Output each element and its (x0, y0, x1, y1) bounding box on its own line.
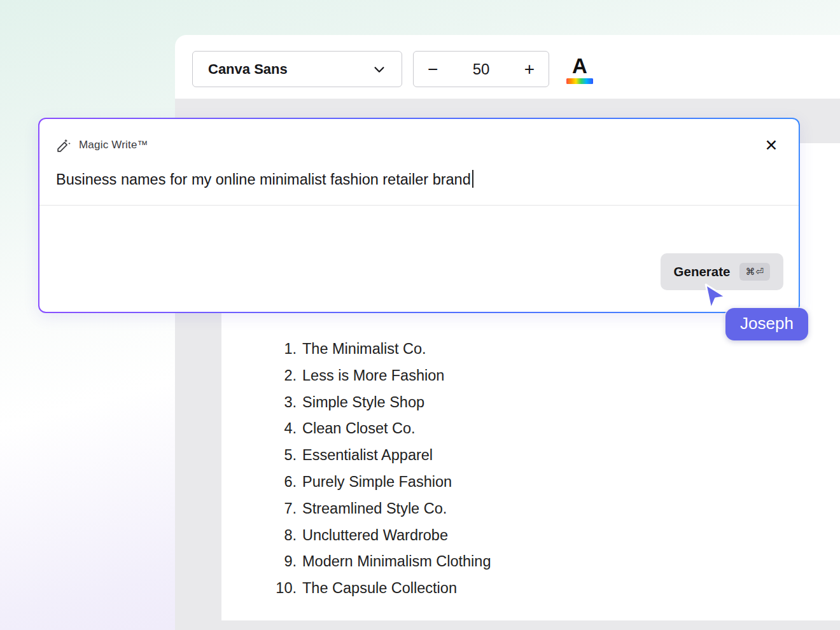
list-item-text: Modern Minimalism Clothing (302, 549, 491, 575)
increase-font-size-button[interactable]: + (524, 60, 535, 78)
list-item-text: Essentialist Apparel (302, 442, 433, 469)
text-caret (472, 170, 473, 188)
list-item-text: Streamlined Style Co. (302, 496, 447, 522)
font-size-stepper: − 50 + (413, 51, 549, 87)
close-icon[interactable]: ✕ (760, 134, 782, 156)
list-item-number: 10. (266, 575, 297, 602)
collaborator-name-tag: Joseph (725, 308, 808, 340)
list-item: 4.Clean Closet Co. (266, 416, 491, 442)
font-family-dropdown[interactable]: Canva Sans (192, 51, 402, 87)
list-item: 5.Essentialist Apparel (266, 442, 491, 469)
text-format-toolbar: Canva Sans − 50 + A (192, 51, 593, 87)
decrease-font-size-button[interactable]: − (428, 60, 438, 78)
list-item-text: Purely Simple Fashion (302, 469, 452, 496)
list-item-text: The Minimalist Co. (302, 336, 426, 363)
list-item: 9.Modern Minimalism Clothing (266, 549, 491, 575)
list-item: 3.Simple Style Shop (266, 389, 491, 416)
list-item-text: Simple Style Shop (302, 389, 424, 416)
prompt-text: Business names for my online minimalist … (56, 171, 471, 188)
text-color-button[interactable]: A (566, 54, 593, 84)
list-item-number: 7. (266, 496, 297, 522)
list-item-number: 8. (266, 522, 297, 549)
list-item-text: Clean Closet Co. (302, 416, 416, 442)
magic-write-dialog-body: Magic Write™ ✕ Business names for my onl… (39, 119, 799, 312)
magic-write-title: Magic Write™ (79, 139, 148, 151)
toolbar-panel: Canva Sans − 50 + A (175, 35, 840, 99)
magic-write-footer: Generate ⌘⏎ (39, 206, 799, 312)
list-item-text: The Capsule Collection (302, 575, 457, 602)
list-item-text: Less is More Fashion (302, 363, 444, 389)
generated-list[interactable]: 1.The Minimalist Co.2.Less is More Fashi… (266, 336, 491, 602)
list-item: 10.The Capsule Collection (266, 575, 491, 602)
list-item: 7.Streamlined Style Co. (266, 496, 491, 522)
list-item-number: 9. (266, 549, 297, 575)
magic-write-prompt-input[interactable]: Business names for my online minimalist … (39, 161, 799, 205)
magic-write-header: Magic Write™ ✕ (39, 119, 799, 161)
list-item-number: 1. (266, 336, 297, 363)
list-item: 1.The Minimalist Co. (266, 336, 491, 363)
keyboard-shortcut-badge: ⌘⏎ (739, 263, 770, 281)
magic-write-dialog: Magic Write™ ✕ Business names for my onl… (38, 118, 800, 313)
list-item-number: 4. (266, 416, 297, 442)
list-item: 2.Less is More Fashion (266, 363, 491, 389)
list-item-number: 5. (266, 442, 297, 469)
list-item: 8.Uncluttered Wardrobe (266, 522, 491, 549)
list-item-text: Uncluttered Wardrobe (302, 522, 448, 549)
collaborator-cursor-icon (700, 281, 731, 316)
canva-editor: Canva Sans − 50 + A 1.The Minimalist Co.… (0, 0, 840, 630)
list-item-number: 2. (266, 363, 297, 389)
font-size-value[interactable]: 50 (473, 60, 490, 78)
text-color-letter: A (572, 55, 587, 76)
list-item-number: 3. (266, 389, 297, 416)
font-family-value: Canva Sans (208, 61, 288, 78)
chevron-down-icon (372, 62, 386, 76)
list-item-number: 6. (266, 469, 297, 496)
magic-wand-icon (56, 137, 72, 153)
generate-button-label: Generate (674, 264, 731, 279)
rainbow-color-bar (566, 78, 593, 84)
list-item: 6.Purely Simple Fashion (266, 469, 491, 496)
